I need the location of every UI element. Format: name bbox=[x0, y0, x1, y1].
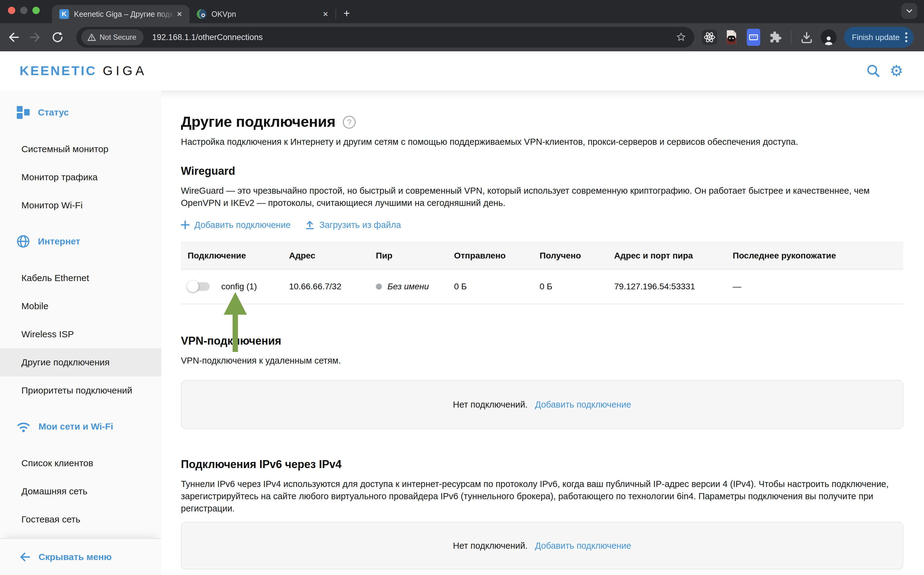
sidebar-item-label: Приоритеты подключений bbox=[21, 385, 132, 396]
sidebar-item-mobile[interactable]: Mobile bbox=[0, 292, 161, 320]
load-from-file-label: Загрузить из файла bbox=[319, 220, 401, 230]
sidebar-item-connection-priorities[interactable]: Приоритеты подключений bbox=[0, 376, 161, 405]
annotation-arrow-up-icon bbox=[222, 292, 249, 352]
connection-name: config (1) bbox=[221, 282, 257, 291]
vpn-add-connection-link[interactable]: Добавить подключение bbox=[535, 400, 631, 410]
sidebar-item-label: Кабель Ethernet bbox=[21, 273, 89, 283]
sidebar-item-wireless-isp[interactable]: Wireless ISP bbox=[0, 320, 161, 348]
arrow-left-icon bbox=[19, 551, 30, 562]
sidebar-item-home-network[interactable]: Домашняя сеть bbox=[0, 477, 161, 505]
mask-extension-button[interactable] bbox=[722, 28, 741, 46]
plus-icon bbox=[181, 221, 189, 229]
column-header: Отправлено bbox=[454, 251, 540, 260]
empty-text: Нет подключений. bbox=[453, 541, 527, 551]
peer-status-dot bbox=[376, 284, 382, 290]
sidebar-section-status[interactable]: Статус bbox=[0, 98, 161, 127]
ipv6-empty-state: Нет подключений. Добавить подключение bbox=[181, 522, 903, 570]
tab-keenetic[interactable]: K Keenetic Giga – Другие подк × bbox=[52, 5, 189, 23]
vpn-description: VPN-подключения к удаленным сетям. bbox=[181, 354, 903, 367]
forward-button[interactable] bbox=[24, 26, 46, 48]
measure-extension-button[interactable] bbox=[745, 28, 763, 46]
vpn-empty-state: Нет подключений. Добавить подключение bbox=[181, 380, 903, 429]
window-minimize-button[interactable] bbox=[20, 7, 27, 14]
back-button[interactable] bbox=[2, 26, 24, 48]
bookmark-star-icon[interactable] bbox=[675, 32, 687, 43]
column-header: Получено bbox=[540, 251, 614, 260]
avatar bbox=[821, 29, 837, 45]
search-button[interactable] bbox=[864, 62, 883, 80]
page-subtitle: Настройка подключения к Интернету и друг… bbox=[181, 136, 903, 148]
sidebar-item-system-monitor[interactable]: Системный монитор bbox=[0, 135, 161, 163]
sidebar-item-other-connections[interactable]: Другие подключения bbox=[0, 348, 161, 376]
profile-button[interactable] bbox=[819, 28, 838, 46]
connection-address: 10.66.66.7/32 bbox=[289, 282, 376, 291]
sidebar-item-label: Другие подключения bbox=[21, 357, 110, 367]
sidebar-item-traffic-monitor[interactable]: Монитор трафика bbox=[0, 163, 161, 191]
hide-menu-button[interactable]: Скрывать меню bbox=[0, 538, 161, 575]
keenetic-logo: KEENETIC GIGA bbox=[19, 64, 147, 78]
security-chip[interactable]: Not Secure bbox=[81, 29, 144, 45]
sidebar-item-label: Wireless ISP bbox=[21, 329, 74, 340]
app-body: Статус Системный монитор Монитор трафика… bbox=[0, 91, 924, 575]
finish-update-button[interactable]: Finish update bbox=[844, 27, 914, 48]
brand-name: KEENETIC bbox=[19, 64, 97, 78]
url-text: 192.168.1.1/otherConnections bbox=[152, 33, 675, 42]
table-header-row: Подключение Адрес Пир Отправлено Получен… bbox=[181, 242, 903, 270]
add-connection-label: Добавить подключение bbox=[194, 220, 291, 230]
downloads-button[interactable] bbox=[797, 28, 816, 46]
tab-okvpn[interactable]: OKVpn × bbox=[189, 5, 335, 23]
connection-toggle[interactable] bbox=[187, 282, 210, 291]
overflow-menu-icon bbox=[905, 32, 908, 43]
sidebar-item-client-list[interactable]: Список клиентов bbox=[0, 449, 161, 477]
close-tab-icon[interactable]: × bbox=[175, 10, 183, 19]
peer-endpoint: 79.127.196.54:53331 bbox=[614, 282, 733, 291]
ipv6-add-connection-link[interactable]: Добавить подключение bbox=[535, 541, 631, 551]
address-bar[interactable]: Not Secure 192.168.1.1/otherConnections bbox=[76, 27, 694, 48]
column-header: Подключение bbox=[187, 251, 289, 260]
new-tab-button[interactable]: + bbox=[343, 8, 350, 19]
search-icon bbox=[866, 64, 880, 78]
sidebar-item-guest-network[interactable]: Гостевая сеть bbox=[0, 505, 161, 534]
connection-sent: 0 Б bbox=[454, 282, 540, 291]
gear-icon: ⚙ bbox=[890, 63, 903, 78]
wireguard-description: WireGuard — это чрезвычайно простой, но … bbox=[181, 184, 903, 209]
close-tab-icon[interactable]: × bbox=[321, 10, 329, 19]
sidebar-item-wifi-monitor[interactable]: Монитор Wi-Fi bbox=[0, 191, 161, 219]
toolbar-divider bbox=[791, 30, 791, 44]
sidebar-item-label: Гостевая сеть bbox=[21, 514, 80, 524]
extensions-button[interactable] bbox=[766, 28, 785, 46]
atom-icon bbox=[702, 30, 717, 45]
okvpn-favicon bbox=[197, 9, 206, 19]
arrow-left-icon bbox=[7, 30, 20, 44]
browser-tabstrip: K Keenetic Giga – Другие подк × OKVpn × … bbox=[0, 0, 924, 23]
column-header: Последнее рукопожатие bbox=[733, 251, 903, 260]
reload-button[interactable] bbox=[46, 26, 68, 48]
sidebar-section-my-networks[interactable]: Мои сети и Wi-Fi bbox=[0, 413, 161, 441]
window-zoom-button[interactable] bbox=[32, 7, 40, 14]
settings-button[interactable]: ⚙ bbox=[887, 62, 906, 80]
sidebar-section-internet[interactable]: Интернет bbox=[0, 227, 161, 256]
blue-keyboard-icon bbox=[747, 29, 760, 46]
tab-search-button[interactable] bbox=[902, 3, 917, 19]
table-row[interactable]: config (1) 10.66.66.7/32 Без имени 0 Б 0… bbox=[181, 270, 903, 304]
arrow-right-icon bbox=[29, 30, 42, 44]
hide-menu-label: Скрывать меню bbox=[38, 552, 111, 562]
empty-text: Нет подключений. bbox=[453, 400, 527, 410]
load-from-file-link[interactable]: Загрузить из файла bbox=[305, 220, 401, 230]
tab-title: OKVpn bbox=[211, 10, 321, 19]
column-header: Адрес bbox=[289, 251, 376, 260]
app-header: KEENETIC GIGA ⚙ bbox=[0, 51, 924, 91]
column-header: Адрес и порт пира bbox=[614, 251, 733, 260]
chevron-down-icon bbox=[905, 7, 914, 15]
sidebar-item-label: Список клиентов bbox=[21, 458, 93, 469]
dashboard-icon bbox=[16, 106, 30, 119]
finish-update-label: Finish update bbox=[852, 33, 900, 42]
add-connection-link[interactable]: Добавить подключение bbox=[181, 220, 291, 230]
react-devtools-extension-button[interactable] bbox=[700, 28, 719, 46]
reload-icon bbox=[51, 31, 64, 44]
sidebar-item-ethernet-cable[interactable]: Кабель Ethernet bbox=[0, 264, 161, 292]
help-icon[interactable]: ? bbox=[343, 116, 356, 129]
window-close-button[interactable] bbox=[8, 7, 15, 14]
sidebar-section-label: Интернет bbox=[38, 236, 80, 246]
window-controls bbox=[8, 7, 40, 14]
